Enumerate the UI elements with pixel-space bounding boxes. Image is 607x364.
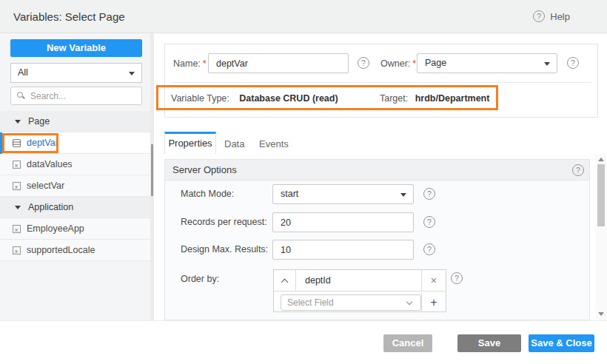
tree-item-label: selectVar — [27, 175, 64, 196]
close-icon: × — [431, 274, 437, 286]
design-max-results-input[interactable] — [272, 240, 414, 260]
order-by-label: Order by: — [181, 269, 219, 289]
owner-select[interactable]: Page — [417, 53, 557, 73]
match-mode-value: start — [281, 189, 298, 199]
required-asterisk: * — [203, 58, 207, 69]
owner-help-icon[interactable] — [567, 57, 579, 69]
tree-item-label: deptVar — [27, 132, 58, 153]
variable-type-value: Database CRUD (read) — [239, 93, 338, 104]
sidebar-item-employeeapp[interactable]: x EmployeeApp — [0, 218, 150, 240]
design-max-results-label: Design Max. Results: — [181, 240, 268, 260]
section-header: Server Options — [165, 160, 589, 181]
save-and-close-button[interactable]: Save & Close — [529, 334, 594, 352]
expander-arrow-icon — [15, 206, 21, 209]
content-scrollbar[interactable] — [595, 154, 607, 320]
variable-type-row: Variable Type: Database CRUD (read) — [171, 93, 338, 104]
cancel-button[interactable]: Cancel — [383, 334, 432, 352]
chevron-down-icon — [544, 62, 550, 66]
save-button[interactable]: Save — [457, 334, 521, 352]
tab-events[interactable]: Events — [250, 134, 298, 154]
chevron-up-icon — [281, 279, 289, 286]
sidebar-item-datavalues[interactable]: x dataValues — [0, 154, 150, 175]
tree-item-label: dataValues — [27, 154, 73, 175]
sidebar-group-application[interactable]: Application — [0, 197, 150, 218]
svg-text:x: x — [15, 248, 18, 255]
order-by-widget: × Select Field + — [273, 269, 446, 312]
target-value: hrdb/Department — [415, 93, 490, 104]
scroll-down-arrow-icon[interactable] — [598, 312, 604, 316]
help-label: Help — [550, 11, 570, 22]
chevron-down-icon — [400, 193, 406, 197]
tab-data[interactable]: Data — [215, 134, 253, 154]
group-label: Page — [28, 111, 50, 132]
match-mode-select[interactable]: start — [272, 184, 414, 204]
add-order-field-button[interactable]: + — [421, 292, 446, 312]
dialog-footer: Cancel Save Save & Close — [0, 320, 607, 364]
target-row: Target: hrdb/Department — [380, 93, 489, 104]
new-variable-button[interactable]: New Variable — [10, 39, 142, 57]
sidebar-scrollbar[interactable] — [150, 33, 154, 320]
variables-tree: Page deptVar x dataValues — [0, 111, 150, 261]
required-asterisk: * — [412, 58, 416, 69]
page-title: Variables: Select Page — [13, 0, 125, 33]
panel-divider — [171, 82, 591, 83]
server-options-help-icon[interactable] — [572, 164, 584, 176]
group-label: Application — [28, 197, 73, 218]
chevron-down-icon — [129, 72, 135, 75]
records-per-request-label: Records per request: — [181, 212, 267, 232]
section-title: Server Options — [172, 160, 237, 181]
help-circle-icon — [533, 10, 545, 22]
help-button[interactable]: Help — [533, 10, 570, 22]
scroll-up-arrow-icon[interactable] — [598, 158, 604, 161]
model-variable-icon: x — [12, 246, 21, 257]
model-variable-icon: x — [12, 160, 21, 172]
svg-text:x: x — [15, 226, 18, 233]
model-variable-icon: x — [12, 224, 21, 236]
variables-sidebar: New Variable All Page deptVar — [0, 33, 150, 320]
sidebar-item-supportedlocale[interactable]: x supportedLocale — [0, 240, 150, 261]
design-max-help-icon[interactable] — [423, 243, 435, 255]
content-scrollbar-thumb[interactable] — [597, 164, 605, 226]
name-label: Name:* — [173, 58, 207, 69]
remove-order-field-button[interactable]: × — [421, 270, 446, 291]
order-by-row: × — [274, 270, 446, 291]
plus-icon: + — [430, 296, 437, 309]
search-input[interactable] — [30, 87, 140, 104]
records-per-request-input[interactable] — [272, 212, 414, 232]
name-input[interactable] — [208, 53, 349, 73]
target-label: Target: — [380, 93, 408, 104]
sidebar-item-deptvar[interactable]: deptVar — [0, 132, 150, 154]
select-field-placeholder: Select Field — [287, 297, 334, 308]
filter-selected-value: All — [18, 67, 28, 78]
tab-properties[interactable]: Properties — [164, 132, 216, 154]
variable-summary-panel: Name:* Owner:* Page — [164, 44, 598, 118]
variable-search — [10, 87, 142, 105]
variable-type-label: Variable Type: — [171, 93, 229, 104]
select-field-dropdown[interactable]: Select Field — [281, 294, 421, 311]
expander-arrow-icon — [15, 120, 21, 124]
match-mode-help-icon[interactable] — [423, 188, 435, 200]
owner-label: Owner:* — [380, 58, 416, 69]
variable-filter-select[interactable]: All — [10, 63, 142, 83]
sort-ascending-button[interactable] — [274, 270, 296, 291]
match-mode-label: Match Mode: — [181, 184, 234, 204]
sidebar-scrollbar-thumb[interactable] — [151, 144, 153, 196]
server-options-panel: Server Options Match Mode: start Records… — [164, 159, 590, 320]
tree-item-label: EmployeeApp — [27, 218, 84, 239]
svg-text:x: x — [15, 183, 18, 190]
records-help-icon[interactable] — [423, 216, 435, 228]
database-variable-icon — [12, 138, 21, 150]
dialog-header: Variables: Select Page Help — [0, 0, 607, 33]
tree-item-label: supportedLocale — [27, 240, 95, 260]
order-by-field-input[interactable] — [297, 270, 421, 291]
chevron-down-icon — [406, 299, 412, 305]
model-variable-icon: x — [12, 181, 21, 193]
svg-text:x: x — [15, 162, 18, 169]
search-icon — [17, 92, 23, 98]
order-by-help-icon[interactable] — [451, 272, 463, 284]
sidebar-group-page[interactable]: Page — [0, 111, 150, 132]
sidebar-item-selectvar[interactable]: x selectVar — [0, 175, 150, 197]
name-help-icon[interactable] — [358, 57, 369, 69]
owner-selected-value: Page — [425, 58, 446, 68]
selected-indicator-bar — [0, 132, 2, 154]
